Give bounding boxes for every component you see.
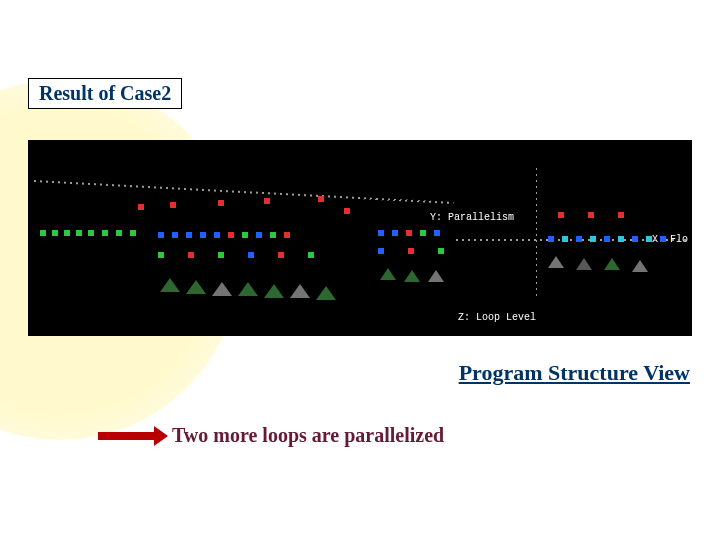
node	[562, 236, 568, 242]
node	[588, 212, 594, 218]
figure-caption: Program Structure View	[459, 360, 690, 386]
note-row: Two more loops are parallelized	[98, 424, 444, 447]
node	[116, 230, 122, 236]
node	[228, 232, 234, 238]
dotline-top	[34, 180, 454, 204]
leaf	[404, 270, 420, 282]
leaf	[160, 278, 180, 292]
figure-caption-text: Program Structure View	[459, 360, 690, 385]
node	[576, 236, 582, 242]
leaf	[380, 268, 396, 280]
node	[618, 212, 624, 218]
node	[344, 208, 350, 214]
node	[420, 230, 426, 236]
leaf	[604, 258, 620, 270]
node	[660, 236, 666, 242]
node	[214, 232, 220, 238]
leaf	[316, 286, 336, 300]
leaf	[428, 270, 444, 282]
leaf	[576, 258, 592, 270]
node	[158, 252, 164, 258]
node	[318, 196, 324, 202]
arrow-icon	[98, 432, 154, 440]
node	[130, 230, 136, 236]
node	[76, 230, 82, 236]
node	[646, 236, 652, 242]
program-structure-figure: Y: Parallelism X: Flo Z: Loop Level	[28, 140, 692, 336]
node	[558, 212, 564, 218]
node	[438, 248, 444, 254]
node	[102, 230, 108, 236]
node	[52, 230, 58, 236]
leaf	[238, 282, 258, 296]
node	[158, 232, 164, 238]
axis-label-y: Y: Parallelism	[430, 212, 514, 223]
node	[88, 230, 94, 236]
node	[618, 236, 624, 242]
x-axis-line	[456, 239, 690, 241]
node	[392, 230, 398, 236]
node	[218, 200, 224, 206]
node	[270, 232, 276, 238]
node	[284, 232, 290, 238]
leaf	[632, 260, 648, 272]
node	[186, 232, 192, 238]
axis-label-z: Z: Loop Level	[458, 312, 536, 323]
leaf	[264, 284, 284, 298]
leaf	[186, 280, 206, 294]
leaf	[290, 284, 310, 298]
node	[218, 252, 224, 258]
node	[378, 248, 384, 254]
node	[256, 232, 262, 238]
node	[138, 204, 144, 210]
leaf	[212, 282, 232, 296]
node	[548, 236, 554, 242]
node	[200, 232, 206, 238]
node	[590, 236, 596, 242]
node	[308, 252, 314, 258]
leaf	[548, 256, 564, 268]
node	[188, 252, 194, 258]
node	[172, 232, 178, 238]
node	[604, 236, 610, 242]
node	[278, 252, 284, 258]
node	[170, 202, 176, 208]
slide-title-text: Result of Case2	[39, 82, 171, 104]
node	[408, 248, 414, 254]
node	[434, 230, 440, 236]
node	[40, 230, 46, 236]
node	[406, 230, 412, 236]
slide-title-box: Result of Case2	[28, 78, 182, 109]
node	[248, 252, 254, 258]
node	[264, 198, 270, 204]
node	[64, 230, 70, 236]
note-text: Two more loops are parallelized	[172, 424, 444, 447]
node	[242, 232, 248, 238]
node	[632, 236, 638, 242]
vertical-dots	[536, 168, 537, 298]
node	[378, 230, 384, 236]
